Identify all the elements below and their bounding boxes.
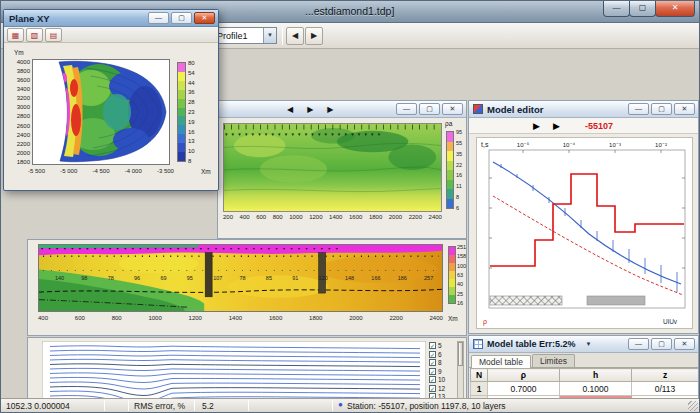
- tick-label: 55: [456, 140, 462, 146]
- tick-label: 1600: [349, 214, 362, 220]
- legend-item[interactable]: ✓5: [429, 342, 455, 349]
- resistivity-value: 148: [345, 275, 354, 281]
- cell-z[interactable]: 0/113: [632, 382, 699, 396]
- next-arrow-button[interactable]: ▶: [307, 105, 313, 114]
- legend-item[interactable]: ✓9: [429, 368, 455, 375]
- colorbar-segment: [178, 152, 185, 161]
- pseudosection-close-button[interactable]: ✕: [442, 103, 463, 115]
- model-editor-close-button[interactable]: ✕: [674, 103, 695, 115]
- plane-xy-close-button[interactable]: ✕: [194, 12, 215, 24]
- pseudosection-maximize-button[interactable]: ▢: [419, 103, 440, 115]
- station-number-label: -55107: [585, 121, 613, 131]
- model-editor-chart: t,s 10⁻⁵ 10⁻⁴ 10⁻³ 10⁻²: [477, 138, 692, 328]
- window-minimize-button[interactable]: —: [603, 1, 630, 17]
- model-table-minimize-button[interactable]: —: [628, 338, 649, 350]
- column-header-n[interactable]: N: [471, 369, 488, 382]
- window-title: ...estdiamond1.tdp]: [305, 5, 394, 17]
- tick-label: 6: [456, 205, 462, 211]
- layers-button[interactable]: ▤: [45, 28, 62, 42]
- column-header-z[interactable]: z: [632, 369, 699, 382]
- legend-label: 5: [438, 342, 442, 349]
- prev-station-button[interactable]: ◀: [286, 27, 304, 45]
- resistivity-value: 69: [160, 275, 166, 281]
- tick-label: 3800: [17, 68, 30, 74]
- column-header-rho[interactable]: ρ: [488, 369, 560, 382]
- column-header-h[interactable]: h: [560, 369, 632, 382]
- tick-label: 10⁻⁵: [517, 142, 530, 148]
- model-table-titlebar[interactable]: Model table Err:5.2% ▼ — ▢ ✕: [469, 336, 698, 353]
- colorbar-segment: [447, 161, 453, 171]
- cell-h[interactable]: 0.1000: [560, 382, 632, 396]
- tick-label: 400: [38, 315, 48, 321]
- legend-checkbox[interactable]: ✓: [429, 351, 436, 358]
- pseudosection-minimize-button[interactable]: —: [396, 103, 417, 115]
- tick-label: 23: [188, 109, 195, 115]
- legend-checkbox[interactable]: ✓: [429, 342, 436, 349]
- play-arrow-button[interactable]: ▶: [327, 105, 333, 114]
- legend-item[interactable]: ✓12: [429, 385, 455, 392]
- plane-xy-titlebar[interactable]: Plane XY — ▢ ✕: [4, 10, 218, 27]
- plane-xy-maximize-button[interactable]: ▢: [171, 12, 192, 24]
- legend-checkbox[interactable]: ✓: [429, 359, 436, 366]
- play-forward-button[interactable]: ▶: [553, 121, 560, 131]
- prev-arrow-button[interactable]: ◀: [287, 105, 293, 114]
- colorbar-segment: [178, 99, 185, 108]
- scrollbar-thumb[interactable]: [458, 342, 463, 366]
- colorbar-segment: [178, 125, 185, 134]
- palette-button[interactable]: ▦: [7, 28, 24, 42]
- tab-model-table[interactable]: Model table: [471, 355, 531, 368]
- plane-xy-minimize-button[interactable]: —: [148, 12, 169, 24]
- grid-button[interactable]: ▧: [26, 28, 43, 42]
- next-station-button[interactable]: ▶: [305, 27, 323, 45]
- tick-label: 8: [456, 194, 462, 200]
- tick-label: 22: [456, 162, 462, 168]
- legend-label: 9: [438, 368, 442, 375]
- pseudosection-x-axis: 2004006008001000120014001600180020002200…: [223, 214, 442, 220]
- plane-xy-plot[interactable]: [32, 59, 170, 165]
- chevron-down-icon[interactable]: ▼: [586, 341, 592, 347]
- legend-checkbox[interactable]: ✓: [429, 376, 436, 383]
- resize-grip[interactable]: [688, 401, 698, 411]
- profile-select[interactable]: Profile1 ▼: [213, 27, 277, 44]
- tick-label: 2000: [17, 150, 30, 156]
- legend-item[interactable]: ✓10: [429, 376, 455, 383]
- pseudosection-titlebar[interactable]: ◀ ▶ ▶ — ▢ ✕: [218, 101, 466, 118]
- pseudosection-plot[interactable]: ▾▾▾▾▾▾▾▾▾▾▾▾▾▾▾▾▾▾▾▾▾▾▾▾: [223, 123, 442, 212]
- legend-item[interactable]: ✓8: [429, 359, 455, 366]
- status-separator: [194, 400, 195, 411]
- legend-label: 6: [438, 351, 442, 358]
- colorbar-segment: [447, 132, 453, 142]
- window-close-button[interactable]: ✕: [655, 1, 695, 17]
- play-forward-button[interactable]: ▶: [533, 121, 540, 131]
- colorbar-segment: [447, 142, 453, 152]
- plane-xy-title: Plane XY: [4, 13, 50, 24]
- model-table-close-button[interactable]: ✕: [674, 338, 695, 350]
- row-number[interactable]: 1: [471, 382, 488, 396]
- resistivity-axis-label: ρ: [483, 318, 487, 326]
- tick-label: 1400: [329, 214, 342, 220]
- legend-checkbox[interactable]: ✓: [429, 385, 436, 392]
- legend-checkbox[interactable]: ✓: [429, 368, 436, 375]
- tick-label: 10⁻²: [655, 142, 667, 148]
- model-section-panel: ▾▾▾▾▾▾▾▾▾▾▾▾▾▾▾▾▾▾▾▾▾▾▾▾▾▾▾▾▾▾▾▾▾▾▾▾▾▾▾▾…: [27, 239, 467, 336]
- tick-label: 800: [112, 315, 122, 321]
- cell-rho[interactable]: 0.7000: [488, 382, 560, 396]
- model-editor-maximize-button[interactable]: ▢: [651, 103, 672, 115]
- pseudosection-colorbar-label: ρa: [445, 120, 452, 127]
- legend-item[interactable]: ✓6: [429, 351, 455, 358]
- colorbar-segment: [178, 63, 185, 72]
- window-maximize-button[interactable]: ▢: [629, 1, 656, 17]
- model-editor-plot[interactable]: t,s 10⁻⁵ 10⁻⁴ 10⁻³ 10⁻²: [476, 137, 693, 329]
- resistivity-value: 107: [213, 275, 222, 281]
- model-editor-minimize-button[interactable]: —: [628, 103, 649, 115]
- model-section-plot[interactable]: ▾▾▾▾▾▾▾▾▾▾▾▾▾▾▾▾▾▾▾▾▾▾▾▾▾▾▾▾▾▾▾▾▾▾▾▾▾▾▾▾…: [38, 244, 443, 312]
- tick-label: 1800: [309, 315, 322, 321]
- plane-xy-window[interactable]: Plane XY — ▢ ✕ ▦ ▧ ▤ Ym 4000380036003400…: [3, 9, 219, 191]
- model-editor-titlebar[interactable]: Model editor — ▢ ✕: [469, 101, 698, 118]
- model-table-maximize-button[interactable]: ▢: [651, 338, 672, 350]
- colorbar-segment: [178, 108, 185, 117]
- tab-limits[interactable]: Limites: [532, 354, 575, 367]
- colorbar-segment: [178, 72, 185, 81]
- toolbar-separator: [282, 27, 283, 45]
- chevron-down-icon[interactable]: ▼: [263, 28, 276, 43]
